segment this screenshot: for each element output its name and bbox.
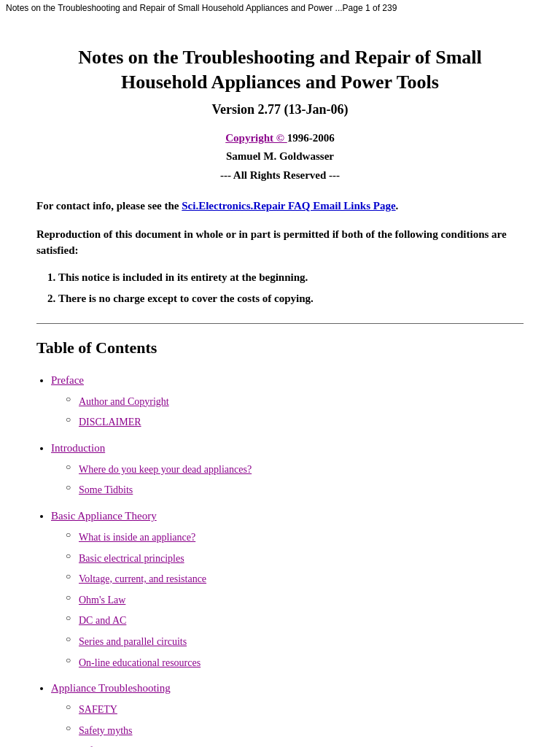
toc-sublink-3-0[interactable]: SAFETY (79, 704, 117, 715)
toc-sublink-2-4[interactable]: DC and AC (79, 615, 126, 626)
toc-link-1[interactable]: Introduction (51, 442, 105, 454)
condition-2: There is no charge except to cover the c… (58, 289, 524, 309)
toc-section-0: PrefaceAuthor and CopyrightDISCLAIMER (51, 369, 524, 433)
toc-sublink-1-1[interactable]: Some Tidbits (79, 484, 133, 495)
toc-subitem-2-3: Ohm's Law (66, 589, 524, 611)
toc-subitem-2-6: On-line educational resources (66, 652, 524, 673)
toc-list: PrefaceAuthor and CopyrightDISCLAIMERInt… (51, 369, 524, 747)
toc-subitem-0-1: DISCLAIMER (66, 411, 524, 433)
conditions-list: This notice is included in its entirety … (58, 268, 524, 309)
copyright-line: Copyright © 1996-2006 (36, 129, 524, 148)
copyright-link[interactable]: Copyright © (225, 132, 287, 144)
rights-line: --- All Rights Reserved --- (36, 166, 524, 185)
toc-sublink-2-6[interactable]: On-line educational resources (79, 657, 201, 668)
toc-sublink-0-0[interactable]: Author and Copyright (79, 396, 169, 407)
toc-sublink-3-1[interactable]: Safety myths (79, 725, 133, 736)
toc-sublevel-1: Where do you keep your dead appliances?S… (66, 459, 524, 500)
page-header: Notes on the Troubleshooting and Repair … (0, 0, 560, 16)
toc-section-2: Basic Appliance TheoryWhat is inside an … (51, 505, 524, 673)
toc-link-2[interactable]: Basic Appliance Theory (51, 510, 157, 522)
contact-line: For contact info, please see the Sci.Ele… (36, 198, 524, 214)
toc-subitem-0-0: Author and Copyright (66, 391, 524, 412)
toc-subitem-3-1: Safety myths (66, 720, 524, 741)
toc-subitem-2-5: Series and parallel circuits (66, 631, 524, 652)
toc-subitem-2-1: Basic electrical principles (66, 548, 524, 569)
toc-sublink-1-0[interactable]: Where do you keep your dead appliances? (79, 464, 252, 475)
toc-sublink-2-3[interactable]: Ohm's Law (79, 595, 125, 605)
toc-subitem-2-0: What is inside an appliance? (66, 527, 524, 548)
toc-sublink-2-0[interactable]: What is inside an appliance? (79, 532, 195, 543)
toc-subitem-1-1: Some Tidbits (66, 479, 524, 500)
toc-section-3: Appliance TroubleshootingSAFETYSafety my… (51, 677, 524, 747)
reproduction-text: Reproduction of this document in whole o… (36, 226, 524, 259)
toc-sublevel-2: What is inside an appliance?Basic electr… (66, 527, 524, 673)
page-header-text: Notes on the Troubleshooting and Repair … (6, 3, 397, 13)
toc-link-0[interactable]: Preface (51, 374, 84, 386)
toc-subitem-3-0: SAFETY (66, 699, 524, 720)
copyright-block: Copyright © 1996-2006 Samuel M. Goldwass… (36, 129, 524, 185)
toc-sublink-2-1[interactable]: Basic electrical principles (79, 553, 184, 564)
document-title: Notes on the Troubleshooting and Repair … (36, 45, 524, 95)
toc-subitem-3-2: Safety guidelines (66, 740, 524, 747)
toc-sublink-2-2[interactable]: Voltage, current, and resistance (79, 573, 206, 584)
main-content: Notes on the Troubleshooting and Repair … (0, 16, 560, 747)
divider (36, 323, 524, 324)
toc-link-3[interactable]: Appliance Troubleshooting (51, 682, 171, 694)
toc-title: Table of Contents (36, 338, 524, 357)
author-line: Samuel M. Goldwasser (36, 147, 524, 166)
condition-1: This notice is included in its entirety … (58, 268, 524, 287)
version-line: Version 2.77 (13-Jan-06) (36, 102, 524, 117)
email-links-page-link[interactable]: Sci.Electronics.Repair FAQ Email Links P… (182, 200, 395, 212)
toc-sublevel-0: Author and CopyrightDISCLAIMER (66, 391, 524, 433)
toc-subitem-1-0: Where do you keep your dead appliances? (66, 459, 524, 480)
toc-subitem-2-4: DC and AC (66, 610, 524, 631)
toc-sublink-0-1[interactable]: DISCLAIMER (79, 417, 141, 427)
toc-sublevel-3: SAFETYSafety mythsSafety guidelinesShoul… (66, 699, 524, 747)
toc-subitem-2-2: Voltage, current, and resistance (66, 568, 524, 589)
toc-sublink-2-5[interactable]: Series and parallel circuits (79, 636, 187, 647)
toc-section-1: IntroductionWhere do you keep your dead … (51, 437, 524, 500)
